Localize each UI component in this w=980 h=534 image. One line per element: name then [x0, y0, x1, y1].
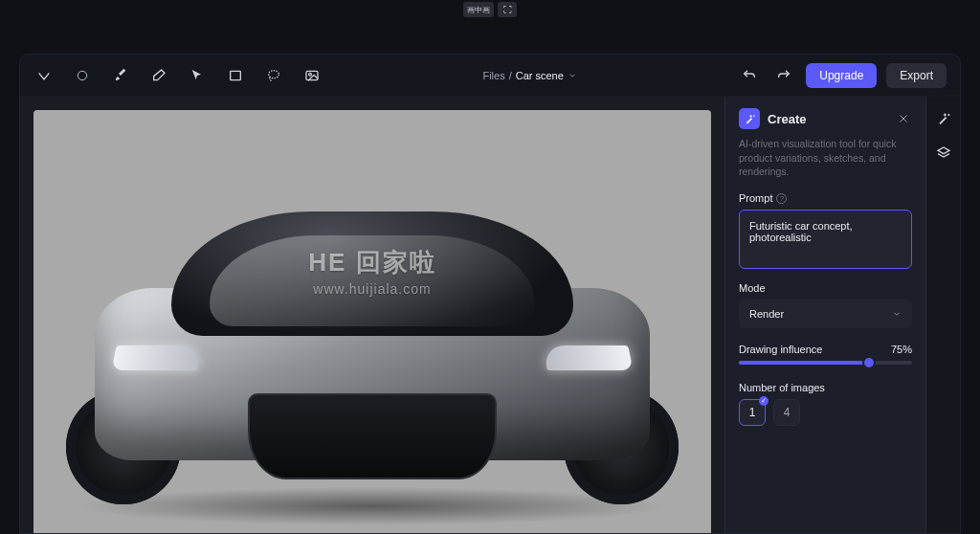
create-panel: Create AI-driven visualization tool for …	[724, 97, 925, 533]
slider-fill	[739, 361, 869, 365]
influence-slider[interactable]	[739, 361, 912, 365]
prompt-label: Prompt ?	[739, 192, 912, 204]
undo-icon[interactable]	[737, 63, 762, 88]
top-toolbar: Files / Car scene Upgrade Export	[20, 55, 960, 97]
car-illustration	[76, 183, 669, 499]
close-icon[interactable]	[895, 110, 912, 127]
canvas[interactable]: HE 回家啦 www.huijiala.com	[33, 110, 711, 533]
svg-rect-3	[306, 71, 318, 79]
upgrade-button[interactable]: Upgrade	[806, 63, 877, 88]
export-button[interactable]: Export	[886, 63, 947, 88]
fullscreen-button[interactable]: ⛶	[498, 2, 517, 17]
app-shell: Files / Car scene Upgrade Export	[19, 54, 961, 534]
chevron-down-icon[interactable]	[33, 65, 55, 86]
num-option-1[interactable]: 1 ✓	[739, 399, 766, 426]
canvas-wrap: HE 回家啦 www.huijiala.com	[20, 97, 724, 533]
svg-marker-7	[938, 147, 949, 154]
svg-point-0	[78, 71, 86, 79]
svg-point-4	[309, 73, 312, 76]
image-icon[interactable]	[301, 65, 323, 86]
mode-label: Mode	[739, 282, 912, 294]
svg-point-2	[269, 70, 279, 78]
pip-button[interactable]: 画中画	[463, 2, 494, 17]
breadcrumb-separator: /	[509, 70, 512, 81]
mode-value: Render	[749, 308, 784, 320]
rectangle-icon[interactable]	[225, 65, 246, 86]
breadcrumb-root: Files	[482, 70, 504, 81]
panel-title: Create	[768, 112, 806, 126]
num-images-group: 1 ✓ 4	[739, 399, 912, 426]
magic-wand-icon[interactable]	[933, 108, 954, 129]
prompt-label-text: Prompt	[739, 192, 772, 204]
check-icon: ✓	[759, 396, 768, 406]
help-icon[interactable]: ?	[776, 193, 787, 204]
lasso-icon[interactable]	[263, 65, 284, 86]
pip-bar: 画中画 ⛶	[463, 2, 517, 17]
chevron-down-icon	[568, 71, 577, 80]
mode-select[interactable]: Render	[739, 300, 912, 328]
num-images-label: Number of images	[739, 382, 912, 393]
chevron-down-icon	[892, 309, 902, 319]
breadcrumb-current: Car scene	[516, 70, 564, 81]
influence-value: 75%	[891, 344, 912, 355]
pointer-icon[interactable]	[187, 65, 208, 86]
slider-thumb[interactable]	[862, 356, 876, 369]
panel-description: AI-driven visualization tool for quick p…	[739, 137, 912, 179]
layers-icon[interactable]	[933, 143, 954, 164]
main-area: HE 回家啦 www.huijiala.com Create AI-driven…	[20, 97, 960, 533]
tool-group	[33, 65, 323, 86]
redo-icon[interactable]	[771, 63, 796, 88]
eraser-icon[interactable]	[148, 65, 169, 86]
panel-header: Create	[739, 108, 912, 129]
influence-label: Drawing influence	[739, 344, 822, 355]
color-swatch[interactable]	[72, 65, 93, 86]
prompt-input[interactable]: Futuristic car concept, photorealistic	[739, 210, 912, 269]
svg-rect-1	[231, 71, 241, 79]
top-actions: Upgrade Export	[737, 63, 947, 88]
brush-icon[interactable]	[110, 65, 131, 86]
magic-wand-icon	[739, 108, 760, 129]
breadcrumb[interactable]: Files / Car scene	[340, 70, 720, 81]
influence-row: Drawing influence 75%	[739, 344, 912, 355]
num-option-4[interactable]: 4	[773, 399, 800, 426]
side-tool-column	[925, 97, 960, 533]
num-option-1-label: 1	[749, 406, 756, 419]
